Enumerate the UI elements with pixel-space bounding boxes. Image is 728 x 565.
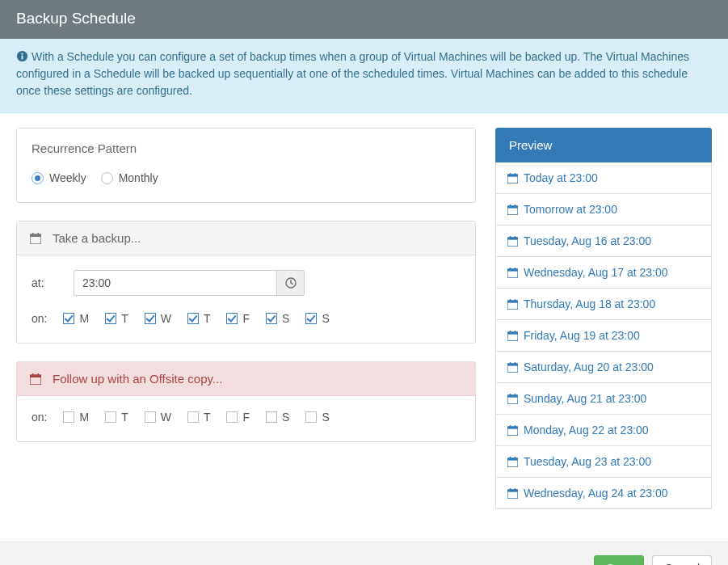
checkbox-icon [63, 313, 74, 324]
recurrence-weekly-radio[interactable]: Weekly [32, 171, 86, 184]
checkbox-icon [145, 411, 156, 423]
preview-item-label: Thursday, Aug 18 at 23:00 [524, 297, 655, 310]
offsite-day-checkbox[interactable]: W [145, 411, 171, 424]
svg-rect-45 [507, 426, 518, 428]
svg-rect-10 [32, 373, 34, 376]
preview-item[interactable]: Thursday, Aug 18 at 23:00 [496, 288, 711, 319]
offsite-day-label: F [242, 411, 250, 424]
backup-day-label: S [282, 312, 289, 325]
backup-day-checkbox[interactable]: S [305, 312, 329, 325]
backup-day-checkbox[interactable]: M [63, 312, 89, 325]
svg-rect-23 [515, 236, 515, 238]
info-text: With a Schedule you can configure a set … [16, 50, 689, 97]
offsite-day-checkbox[interactable]: S [305, 411, 329, 424]
svg-rect-31 [515, 299, 515, 301]
preview-item[interactable]: Sunday, Aug 21 at 23:00 [496, 382, 711, 414]
offsite-day-label: S [322, 411, 329, 424]
preview-item[interactable]: Wednesday, Aug 24 at 23:00 [496, 477, 711, 508]
svg-rect-41 [507, 394, 518, 397]
preview-item[interactable]: Friday, Aug 19 at 23:00 [496, 319, 711, 351]
backup-title: Take a backup... [53, 231, 141, 245]
preview-item-label: Wednesday, Aug 17 at 23:00 [524, 266, 668, 279]
svg-rect-55 [515, 488, 515, 491]
svg-rect-25 [507, 268, 518, 271]
svg-rect-22 [510, 236, 511, 238]
info-icon [16, 50, 28, 62]
preview-item[interactable]: Tuesday, Aug 16 at 23:00 [496, 225, 711, 256]
offsite-day-checkbox[interactable]: T [187, 411, 211, 424]
svg-rect-11 [37, 373, 39, 376]
svg-rect-38 [510, 362, 511, 365]
svg-rect-15 [515, 173, 515, 175]
offsite-day-label: M [79, 411, 89, 424]
svg-rect-53 [507, 489, 518, 491]
backup-time-picker-button[interactable] [277, 270, 305, 296]
calendar-icon [30, 233, 41, 244]
preview-item[interactable]: Saturday, Aug 20 at 23:00 [496, 351, 711, 382]
backup-day-checkbox[interactable]: W [145, 312, 171, 325]
checkbox-icon [305, 411, 317, 423]
cancel-button[interactable]: Cancel [652, 555, 712, 565]
calendar-icon [507, 299, 518, 310]
offsite-on-label: on: [32, 411, 47, 424]
svg-rect-47 [515, 425, 515, 428]
offsite-day-checkbox[interactable]: F [226, 411, 250, 424]
preview-item[interactable]: Wednesday, Aug 17 at 23:00 [496, 256, 711, 288]
backup-day-checkbox[interactable]: S [266, 312, 289, 325]
offsite-panel-header: Follow up with an Offsite copy... [17, 362, 475, 396]
calendar-icon [507, 362, 518, 373]
calendar-icon [507, 173, 518, 183]
svg-rect-17 [507, 205, 518, 208]
svg-rect-39 [515, 362, 515, 365]
checkbox-icon [187, 313, 199, 324]
offsite-day-label: W [161, 411, 171, 424]
svg-rect-27 [515, 268, 515, 270]
offsite-day-label: T [204, 411, 211, 424]
backup-panel: Take a backup... at: on: [16, 221, 476, 344]
backup-day-label: T [204, 312, 211, 325]
svg-rect-1 [22, 56, 23, 60]
preview-item[interactable]: Tomorrow at 23:00 [496, 193, 711, 225]
backup-day-checkbox[interactable]: T [187, 312, 211, 325]
offsite-day-checkbox[interactable]: T [105, 411, 128, 424]
calendar-icon [507, 268, 518, 278]
preview-item[interactable]: Today at 23:00 [496, 162, 711, 193]
recurrence-monthly-label: Monthly [119, 171, 158, 184]
calendar-icon [507, 425, 518, 436]
svg-rect-2 [22, 53, 23, 55]
recurrence-panel: Recurrence Pattern Weekly Monthly [16, 128, 476, 203]
checkbox-icon [105, 411, 116, 423]
backup-on-label: on: [32, 312, 47, 325]
svg-rect-26 [510, 268, 511, 270]
preview-panel: Preview Today at 23:00Tomorrow at 23:00T… [495, 128, 712, 509]
svg-rect-33 [507, 331, 518, 334]
svg-rect-4 [30, 234, 41, 237]
calendar-icon [507, 457, 518, 467]
svg-rect-46 [510, 425, 511, 428]
svg-rect-54 [510, 488, 511, 491]
calendar-icon [30, 373, 41, 385]
offsite-title: Follow up with an Offsite copy... [53, 372, 222, 386]
recurrence-title: Recurrence Pattern [17, 129, 475, 163]
recurrence-monthly-radio[interactable]: Monthly [101, 171, 158, 184]
backup-day-checkbox[interactable]: T [105, 312, 128, 325]
offsite-day-checkbox[interactable]: M [63, 411, 89, 424]
preview-item[interactable]: Tuesday, Aug 23 at 23:00 [496, 445, 711, 477]
checkbox-icon [145, 313, 156, 324]
svg-rect-5 [32, 233, 34, 235]
offsite-day-checkbox[interactable]: S [266, 411, 289, 424]
preview-item-label: Wednesday, Aug 24 at 23:00 [524, 487, 668, 500]
backup-time-input[interactable] [74, 270, 277, 296]
checkbox-icon [226, 313, 238, 324]
svg-rect-51 [515, 457, 515, 459]
save-button[interactable]: Save [594, 555, 644, 565]
preview-item-label: Tomorrow at 23:00 [524, 203, 617, 216]
recurrence-weekly-label: Weekly [49, 171, 86, 184]
calendar-icon [507, 236, 518, 247]
preview-item-label: Monday, Aug 22 at 23:00 [524, 424, 649, 436]
backup-day-checkbox[interactable]: F [226, 312, 250, 325]
svg-rect-18 [510, 204, 511, 207]
svg-rect-6 [37, 233, 39, 235]
preview-item[interactable]: Monday, Aug 22 at 23:00 [496, 414, 711, 445]
svg-rect-13 [507, 174, 518, 176]
